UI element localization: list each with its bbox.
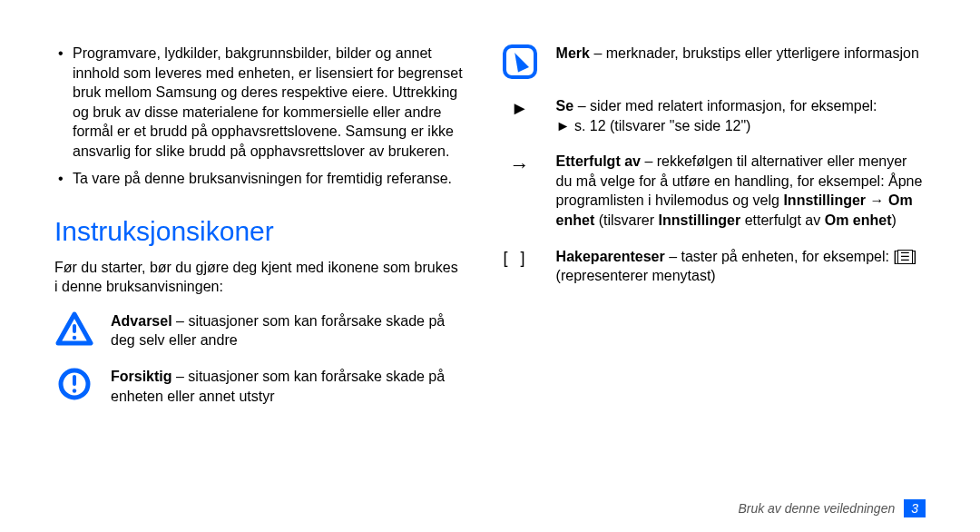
license-bullets: Programvare, lydkilder, bakgrunnsbilder,… [54,44,464,188]
warning-desc: Advarsel – situasjoner som kan forårsake… [111,311,464,350]
brackets-label: Hakeparenteser [556,249,665,264]
followed-paren-close: ) [891,212,896,228]
brackets-text1: – taster på enheten, for eksempel: [ [665,249,897,264]
followed-label: Etterfulgt av [556,153,641,169]
note-label: Merk [556,45,590,61]
caution-label: Forsiktig [111,369,172,384]
svg-point-1 [73,336,76,340]
note-desc: Merk – merknader, brukstips eller ytterl… [556,44,926,64]
followed-bold3: Innstillinger [659,212,741,228]
note-text: – merknader, brukstips eller ytterligere… [590,45,919,61]
followed-symbol: → [500,152,540,179]
brackets-row: [] Hakeparenteser – taster på enheten, f… [500,247,926,286]
followed-bold1: Innstillinger [783,192,866,208]
page-footer: Bruk av denne veiledningen 3 [738,499,926,517]
footer-text: Bruk av denne veiledningen [738,501,895,516]
warning-row: Advarsel – situasjoner som kan forårsake… [54,311,464,350]
brackets-symbol: [] [500,247,540,269]
warning-icon [54,311,94,348]
see-desc: Se – sider med relatert informasjon, for… [556,96,926,135]
warning-label: Advarsel [111,313,172,329]
see-text1: – sider med relatert informasjon, for ek… [573,98,877,113]
left-column: Programvare, lydkilder, bakgrunnsbilder,… [54,44,464,514]
see-label: Se [556,98,574,113]
see-symbol: ► [500,96,540,121]
followed-bold4: Om enhet [825,212,892,228]
page-number: 3 [904,499,926,517]
followed-mid: etterfulgt av [740,212,825,228]
section-intro: Før du starter, bør du gjøre deg kjent m… [54,258,464,297]
right-column: Merk – merknader, brukstips eller ytterl… [500,44,926,514]
followed-desc: Etterfulgt av – rekkefølgen til alternat… [556,152,926,230]
note-row: Merk – merknader, brukstips eller ytterl… [500,44,926,80]
bracket-left: [ [504,247,521,269]
bracket-right: ] [521,247,538,269]
note-icon [500,44,540,80]
followed-paren-open: (tilsvarer [594,212,658,228]
caution-icon [54,367,94,401]
bullet-item: Ta vare på denne bruksanvisningen for fr… [54,169,464,189]
caution-desc: Forsiktig – situasjoner som kan forårsak… [111,367,464,406]
svg-rect-0 [73,324,76,333]
brackets-desc: Hakeparenteser – taster på enheten, for … [556,247,926,286]
section-heading: Instruksjonsikoner [54,213,464,251]
followed-arrow2: → [866,192,888,208]
followed-row: → Etterfulgt av – rekkefølgen til altern… [500,152,926,230]
see-row: ► Se – sider med relatert informasjon, f… [500,96,926,135]
see-text2: s. 12 (tilsvarer "se side 12") [570,118,750,133]
caution-row: Forsiktig – situasjoner som kan forårsak… [54,367,464,406]
menu-key-icon: ☰ [897,250,913,264]
see-inline-arrow: ► [556,118,571,133]
svg-rect-3 [73,375,76,386]
svg-point-4 [73,389,76,392]
bullet-item: Programvare, lydkilder, bakgrunnsbilder,… [54,44,464,162]
